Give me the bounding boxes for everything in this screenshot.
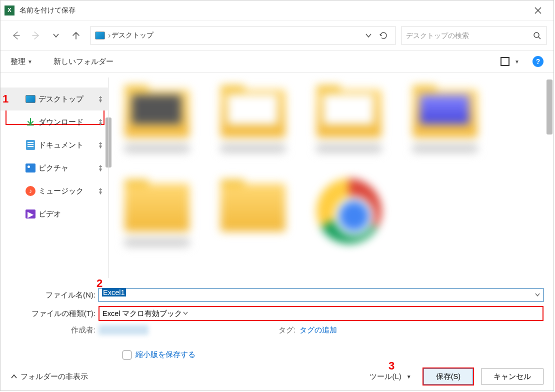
sidebar-item-label: ビデオ <box>38 210 61 219</box>
tools-label: ツール(L) <box>370 372 401 382</box>
filename-value: Excel1 <box>102 288 126 296</box>
author-label: 作成者: <box>10 326 98 335</box>
arrow-left-icon <box>12 31 20 40</box>
file-list-pane[interactable] <box>108 72 554 283</box>
close-button[interactable] <box>526 2 550 20</box>
refresh-icon <box>379 31 388 40</box>
monitor-icon <box>95 32 105 40</box>
folder-grid <box>114 80 548 264</box>
tools-menu[interactable]: ツール(L) ▼ <box>370 372 411 382</box>
sidebar-item-downloads[interactable]: ダウンロード <box>0 110 108 134</box>
dialog-footer: フォルダーの非表示 ツール(L) ▼ 保存(S) キャンセル <box>0 362 554 390</box>
chevron-down-icon <box>182 310 188 316</box>
desktop-icon <box>26 94 36 104</box>
filename-combobox[interactable]: Excel1 <box>98 288 544 302</box>
filename-label: ファイル名(N): <box>10 290 98 300</box>
folder-item[interactable] <box>310 84 388 166</box>
view-mode-button[interactable]: ▼ <box>500 57 520 66</box>
search-box[interactable] <box>402 26 546 45</box>
sidebar-item-music[interactable]: ♪ ミュージック <box>0 180 108 202</box>
refresh-button[interactable] <box>376 28 391 43</box>
chevron-up-icon <box>10 373 18 380</box>
annotation-2: 2 <box>96 277 102 290</box>
folder-item[interactable] <box>118 178 196 260</box>
pin-icon <box>98 96 104 102</box>
folder-item[interactable] <box>118 84 196 166</box>
folder-item[interactable] <box>214 84 292 166</box>
caret-down-icon: ▼ <box>406 374 412 380</box>
titlebar: X 名前を付けて保存 <box>0 0 554 20</box>
svg-point-0 <box>534 32 539 38</box>
folder-item[interactable] <box>406 84 484 166</box>
arrow-up-icon <box>72 31 80 40</box>
pin-icon <box>98 118 104 126</box>
save-fields: ファイル名(N): Excel1 ファイルの種類(T): Excel マクロ有効… <box>0 283 554 362</box>
video-icon: ▶ <box>26 209 36 219</box>
filetype-value: Excel マクロ有効ブック <box>102 309 182 318</box>
hide-folders-button[interactable]: フォルダーの非表示 <box>10 372 88 382</box>
dialog-body: デスクトップ ダウンロード ドキュメント ピクチャ <box>0 72 554 283</box>
tag-label: タグ: <box>278 326 296 335</box>
download-icon <box>26 117 36 127</box>
nav-recent-button[interactable] <box>48 27 64 44</box>
breadcrumb-separator-icon: › <box>108 31 110 40</box>
music-icon: ♪ <box>26 186 36 196</box>
search-input[interactable] <box>406 32 532 40</box>
address-bar[interactable]: › デスクトップ <box>90 26 396 45</box>
hide-folders-label: フォルダーの非表示 <box>20 372 88 382</box>
caret-down-icon: ▼ <box>28 59 32 64</box>
filename-input[interactable]: Excel1 <box>98 288 544 302</box>
search-icon <box>532 30 542 40</box>
pin-icon <box>98 164 104 172</box>
caret-down-icon: ▼ <box>514 59 520 64</box>
sidebar-item-label: ドキュメント <box>38 140 84 150</box>
excel-app-icon: X <box>4 6 14 16</box>
sidebar-item-documents[interactable]: ドキュメント <box>0 134 108 156</box>
toolbar: 整理 ▼ 新しいフォルダー ▼ ? <box>0 50 554 72</box>
organize-label: 整理 <box>10 57 26 66</box>
annotation-3: 3 <box>388 360 394 372</box>
folder-item[interactable] <box>214 178 292 260</box>
filetype-label: ファイルの種類(T): <box>10 309 98 318</box>
window-title: 名前を付けて保存 <box>20 6 76 15</box>
save-button[interactable]: 保存(S) <box>424 368 473 384</box>
pin-icon <box>98 142 104 148</box>
thumbnail-checkbox[interactable] <box>122 350 132 360</box>
sidebar-item-videos[interactable]: ▶ ビデオ <box>0 202 108 226</box>
sidebar-item-label: ピクチャ <box>38 164 68 173</box>
tag-add-link[interactable]: タグの追加 <box>300 326 337 335</box>
sidebar-item-label: ダウンロード <box>38 118 84 127</box>
picture-icon <box>26 163 36 173</box>
sidebar: デスクトップ ダウンロード ドキュメント ピクチャ <box>0 72 108 283</box>
help-icon: ? <box>536 58 540 66</box>
content-scrollbar[interactable] <box>546 80 552 134</box>
nav-back-button[interactable] <box>8 27 24 44</box>
sidebar-item-desktop[interactable]: デスクトップ <box>0 88 108 110</box>
close-icon <box>534 7 542 14</box>
new-folder-button[interactable]: 新しいフォルダー <box>54 57 114 66</box>
chevron-down-icon <box>365 32 372 39</box>
sidebar-item-label: ミュージック <box>38 186 84 196</box>
thumbnail-checkbox-label[interactable]: 縮小版を保存する <box>136 350 196 360</box>
address-location: デスクトップ <box>112 31 154 40</box>
address-dropdown[interactable] <box>361 28 376 43</box>
filetype-combobox[interactable]: Excel マクロ有効ブック <box>98 306 544 321</box>
cancel-button[interactable]: キャンセル <box>481 368 544 384</box>
sidebar-item-label: デスクトップ <box>38 94 84 104</box>
nav-up-button[interactable] <box>68 27 84 44</box>
save-as-dialog: 1 2 3 X 名前を付けて保存 › デスクトップ <box>0 0 554 391</box>
navbar: › デスクトップ <box>0 20 554 50</box>
view-icon <box>500 57 510 66</box>
organize-menu[interactable]: 整理 ▼ <box>10 57 32 66</box>
chevron-down-icon <box>52 32 60 39</box>
nav-forward-button[interactable] <box>28 27 44 44</box>
author-value[interactable] <box>98 325 148 335</box>
help-button[interactable]: ? <box>532 56 544 67</box>
annotation-1: 1 <box>2 92 8 106</box>
pin-icon <box>98 188 104 194</box>
document-icon <box>26 140 36 150</box>
sidebar-item-pictures[interactable]: ピクチャ <box>0 156 108 180</box>
arrow-right-icon <box>32 31 40 40</box>
chrome-item[interactable] <box>310 178 388 260</box>
